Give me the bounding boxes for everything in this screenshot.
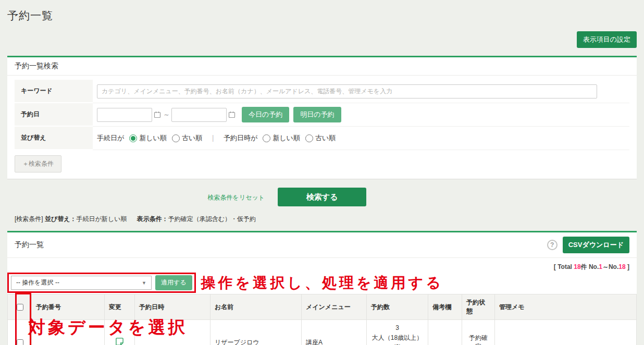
sort-row: 並び替え 手続日が 新しい順 古い順 ｜ 予約日時が 新しい順 古い順 (15, 127, 629, 150)
summary-display-value: 予約確定（承認含む）・仮予約 (168, 215, 256, 223)
search-submit-button[interactable]: 検索する (278, 188, 366, 206)
search-conditions-summary: [検索条件] 並び替え：手続日が新しい順 表示条件：予約確定（承認含む）・仮予約 (15, 215, 637, 224)
customer-name: リザーブジロウ (210, 320, 302, 345)
summary-prefix: [検索条件] (15, 215, 43, 223)
help-icon[interactable]: ? (547, 240, 558, 250)
today-reservation-button[interactable]: 今日の予約 (242, 107, 289, 122)
reservation-count: 3 大人（18歳以上）(2) 18歳未満の方(1) (367, 320, 428, 345)
search-form: キーワード 予約日 ～ 今日 (15, 80, 629, 150)
sort-group2-label: 予約日時が (224, 133, 257, 143)
sort-resdate-newest-label: 新しい順 (273, 133, 300, 143)
sort-group1-label: 手続日が (97, 133, 124, 143)
date-row: 予約日 ～ 今日の予約 明日の予約 (15, 103, 629, 127)
reservation-number (32, 320, 105, 345)
admin-memo (495, 320, 637, 345)
table-row: リザーブジロウ 講座A 3 大人（18歳以上）(2) 18歳未満の方(1) 予約… (8, 320, 637, 345)
reservation-status: 予約確定 (462, 320, 495, 345)
total-range-from: 1 (599, 263, 602, 270)
total-count: [ Total 18件 No.1～No.18 ] (7, 258, 637, 272)
sort-procdate-oldest-label: 古い順 (182, 133, 202, 143)
sort-group-divider: ｜ (209, 133, 216, 143)
table-header-row: 予約番号 変更 予約日時 お名前 メインメニュー 予約数 備考欄 予約状態 管理… (8, 294, 637, 320)
keyword-row: キーワード (15, 80, 629, 103)
reservation-list-panel: 予約一覧 ? CSVダウンロード [ Total 18件 No.1～No.18 … (7, 231, 637, 345)
sort-procdate-oldest-radio[interactable] (172, 134, 180, 142)
keyword-input[interactable] (97, 84, 597, 98)
bulk-action-selected-value: -- 操作を選択 -- (16, 278, 59, 287)
date-label: 予約日 (15, 103, 93, 127)
bulk-action-annotation: 操作を選択し、処理を適用する (201, 273, 443, 293)
apply-button[interactable]: 適用する (155, 275, 192, 290)
total-count-value: 18 (574, 263, 580, 270)
total-range-to: 18 (618, 263, 625, 270)
sort-resdate-oldest-radio[interactable] (305, 134, 313, 142)
calendar-icon[interactable] (228, 111, 236, 118)
search-panel-title: 予約一覧検索 (15, 61, 58, 71)
main-menu: 講座A (302, 320, 367, 345)
chevron-down-icon: ▼ (142, 280, 146, 286)
remarks (428, 320, 462, 345)
calendar-icon[interactable] (154, 111, 161, 118)
col-header-datetime: 予約日時 (135, 294, 210, 320)
sort-label: 並び替え (15, 127, 93, 150)
sort-procdate-newest-label: 新しい順 (139, 133, 167, 143)
edit-note-icon[interactable] (115, 337, 124, 345)
row-checkbox[interactable] (17, 339, 23, 345)
keyword-label: キーワード (15, 80, 93, 103)
sort-resdate-oldest-label: 古い順 (315, 133, 336, 143)
col-header-status: 予約状態 (462, 294, 495, 320)
col-header-menu: メインメニュー (302, 294, 367, 320)
csv-download-button[interactable]: CSVダウンロード (563, 237, 629, 253)
select-all-checkbox[interactable] (17, 304, 23, 311)
date-from-input[interactable] (97, 108, 152, 122)
list-panel-title: 予約一覧 (15, 240, 44, 250)
bulk-action-highlight-box: -- 操作を選択 -- ▼ 適用する (7, 273, 196, 293)
summary-sort-value: 手続日が新しい順 (77, 215, 127, 223)
col-header-note: 備考欄 (428, 294, 462, 320)
more-search-conditions-button[interactable]: ＋検索条件 (15, 155, 61, 173)
bulk-action-select[interactable]: -- 操作を選択 -- ▼ (11, 276, 152, 290)
reset-search-conditions-link[interactable]: 検索条件をリセット (208, 193, 265, 202)
sort-procdate-newest-radio[interactable] (129, 134, 137, 142)
col-header-number: 予約番号 (32, 294, 105, 320)
col-header-name: お名前 (210, 294, 302, 320)
summary-sort-label: 並び替え： (45, 215, 77, 223)
reservation-table: 予約番号 変更 予約日時 お名前 メインメニュー 予約数 備考欄 予約状態 管理… (7, 294, 637, 345)
col-header-memo: 管理メモ (495, 294, 637, 320)
search-panel: 予約一覧検索 キーワード 予約日 ～ (7, 56, 637, 179)
reservation-datetime (135, 320, 210, 345)
col-header-change: 変更 (105, 294, 135, 320)
date-range-separator: ～ (163, 110, 170, 119)
sort-resdate-newest-radio[interactable] (263, 134, 270, 142)
col-header-count: 予約数 (367, 294, 428, 320)
date-to-input[interactable] (171, 108, 227, 122)
summary-display-label: 表示条件： (137, 215, 168, 223)
page-title: 予約一覧 (7, 8, 637, 23)
tomorrow-reservation-button[interactable]: 明日の予約 (293, 107, 341, 122)
display-settings-button[interactable]: 表示項目の設定 (577, 31, 637, 48)
